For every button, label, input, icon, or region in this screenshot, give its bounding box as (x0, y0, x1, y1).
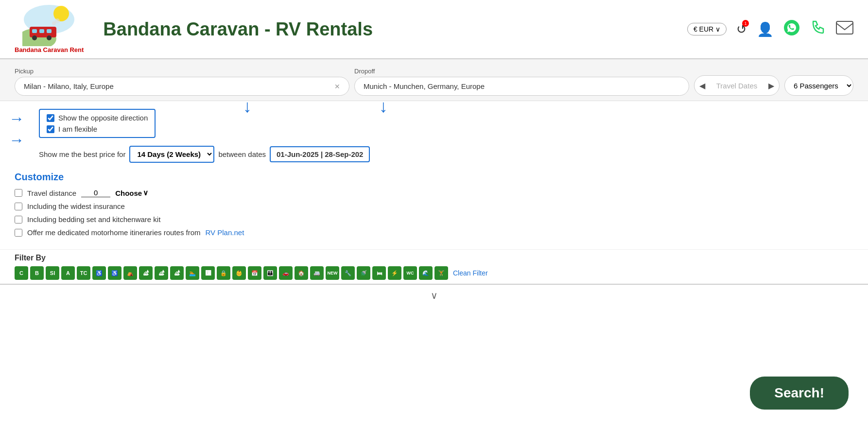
distance-input[interactable] (81, 189, 110, 197)
itineraries-checkbox[interactable] (15, 229, 22, 237)
dropoff-field-group: Dropoff Munich - Munchen, Germany, Europ… (354, 68, 689, 96)
phone-icon[interactable] (810, 19, 826, 39)
pickup-clear-btn[interactable]: ✕ (334, 83, 340, 90)
flexible-row: I am flexible (47, 125, 148, 133)
filter-icon-camp2[interactable]: 🏕 (155, 266, 168, 280)
filter-icon-van[interactable]: 🚐 (310, 266, 324, 280)
clean-filter-link[interactable]: Clean Filter (453, 269, 488, 277)
itineraries-label[interactable]: Offer me dedicated motorhome itineraries… (27, 228, 201, 237)
options-checkbox-group: Show the opposite direction I am flexibl… (39, 109, 156, 138)
insurance-option: Including the widest insurance (15, 202, 853, 210)
pickup-label: Pickup (15, 68, 349, 75)
filter-icon-calendar[interactable]: 📅 (248, 266, 261, 280)
travel-dates-field[interactable]: ◀ Travel Dates ▶ (694, 75, 780, 96)
filter-icon-new[interactable]: NEW (326, 266, 339, 280)
filter-title: Filter By (15, 254, 853, 262)
svg-point-8 (47, 35, 52, 40)
filter-icon-TC[interactable]: TC (77, 266, 90, 280)
dropoff-input[interactable]: Munich - Munchen, Germany, Europe (354, 77, 689, 96)
history-btn[interactable]: ↺ 1 (736, 22, 747, 37)
opposite-direction-checkbox[interactable] (47, 114, 54, 122)
filter-icon-wave[interactable]: 🌊 (419, 266, 433, 280)
choose-button[interactable]: Choose ∨ (115, 189, 148, 197)
filter-icon-home[interactable]: 🏠 (295, 266, 308, 280)
logo-image (22, 5, 76, 46)
bedding-option: Including bedding set and kitchenware ki… (15, 215, 853, 223)
opposite-direction-label[interactable]: Show the opposite direction (58, 114, 148, 122)
filter-icon-camp1[interactable]: 🏕 (139, 266, 153, 280)
opposite-direction-row: Show the opposite direction (47, 114, 148, 122)
filter-area: Filter By C B SI A TC ♿ ♿ ⛺ 🏕 🏕 🏕 🏊 🅿 🔒 … (0, 249, 868, 284)
svg-rect-4 (32, 29, 37, 33)
dropoff-label: Dropoff (354, 68, 689, 75)
filter-icon-family[interactable]: 👪 (263, 266, 277, 280)
arrow-indicator-2: → (9, 131, 24, 149)
travel-distance-label[interactable]: Travel distance (27, 189, 76, 197)
best-price-row: Show me the best price for 14 Days (2 We… (39, 146, 853, 163)
prev-date-btn[interactable]: ◀ (699, 81, 705, 90)
filter-icon-park[interactable]: 🅿 (201, 266, 215, 280)
filter-icon-baby[interactable]: 👶 (232, 266, 246, 280)
itineraries-option: Offer me dedicated motorhome itineraries… (15, 228, 853, 237)
history-badge: 1 (742, 20, 749, 27)
dates-display[interactable]: 01-Jun-2025 | 28-Sep-202 (270, 146, 370, 162)
between-text: between dates (218, 150, 266, 158)
best-price-text: Show me the best price for (39, 150, 125, 158)
filter-icon-wheelchair[interactable]: ♿ (92, 266, 106, 280)
flexible-checkbox[interactable] (47, 125, 54, 133)
filter-icon-gym[interactable]: 🏋 (434, 266, 448, 280)
filter-icon-wc[interactable]: WC (403, 266, 417, 280)
arrow-down-2: ↓ (379, 96, 388, 117)
filter-icon-car[interactable]: 🚗 (279, 266, 293, 280)
insurance-checkbox[interactable] (15, 203, 22, 210)
search-fields: Pickup Milan - Milano, Italy, Europe ✕ D… (15, 66, 853, 96)
passengers-field-group: . 6 Passengers (784, 66, 853, 96)
filter-icon-swim[interactable]: 🏊 (186, 266, 199, 280)
next-date-btn[interactable]: ▶ (768, 81, 774, 90)
filter-icon-lock[interactable]: 🔒 (217, 266, 230, 280)
dates-field-group: . ◀ Travel Dates ▶ (694, 66, 780, 96)
flexible-label[interactable]: I am flexible (58, 125, 97, 133)
whatsapp-icon[interactable] (783, 19, 800, 39)
svg-point-7 (32, 35, 37, 40)
insurance-label[interactable]: Including the widest insurance (27, 202, 125, 210)
travel-distance-option: Travel distance Choose ∨ (15, 189, 853, 197)
rv-plan-link[interactable]: RV Plan.net (206, 228, 244, 237)
filter-icon-shower[interactable]: 🚿 (357, 266, 370, 280)
filter-icon-bed[interactable]: 🛏 (372, 266, 386, 280)
svg-rect-12 (836, 21, 853, 34)
svg-rect-5 (39, 29, 44, 33)
passengers-select[interactable]: 6 Passengers (784, 75, 853, 96)
header: Bandana Caravan Rent Bandana Caravan - R… (0, 0, 868, 59)
bedding-label[interactable]: Including bedding set and kitchenware ki… (27, 215, 160, 223)
arrow-down-1: ↓ (243, 96, 252, 117)
brand-name: Bandana Caravan Rent (15, 46, 84, 53)
filter-icon-wrench[interactable]: 🔧 (341, 266, 355, 280)
filter-icon-lightning[interactable]: ⚡ (388, 266, 401, 280)
pickup-input[interactable]: Milan - Milano, Italy, Europe ✕ (15, 77, 349, 96)
options-area: → → Show the opposite direction I am fle… (0, 101, 868, 167)
svg-rect-6 (47, 29, 52, 33)
bedding-checkbox[interactable] (15, 216, 22, 223)
currency-selector[interactable]: € EUR ∨ (687, 23, 727, 35)
filter-icon-C[interactable]: C (15, 266, 28, 280)
site-title: Bandana Caravan - RV Rentals (103, 19, 687, 40)
filter-icon-camp3[interactable]: 🏕 (170, 266, 184, 280)
travel-distance-checkbox[interactable] (15, 189, 22, 197)
logo-area: Bandana Caravan Rent (15, 5, 84, 53)
pickup-field-group: Pickup Milan - Milano, Italy, Europe ✕ (15, 68, 349, 96)
duration-select[interactable]: 14 Days (2 Weeks) (129, 146, 214, 163)
chevron-down-icon: ∨ (431, 290, 438, 301)
customize-area: Customize Travel distance Choose ∨ Inclu… (0, 167, 868, 249)
filter-icon-A[interactable]: A (61, 266, 75, 280)
filter-icon-SI[interactable]: SI (46, 266, 59, 280)
mail-icon[interactable] (836, 21, 853, 38)
arrow-indicator-1: → (9, 110, 24, 128)
filter-icon-tent[interactable]: ⛺ (123, 266, 137, 280)
header-right: € EUR ∨ ↺ 1 👤 (687, 19, 853, 39)
filter-icon-wheelchair2[interactable]: ♿ (108, 266, 122, 280)
filter-icons-row: C B SI A TC ♿ ♿ ⛺ 🏕 🏕 🏕 🏊 🅿 🔒 👶 📅 👪 🚗 🏠 … (15, 266, 853, 280)
filter-icon-B[interactable]: B (30, 266, 44, 280)
footer-chevron: ∨ (0, 284, 868, 306)
user-icon[interactable]: 👤 (757, 21, 774, 37)
